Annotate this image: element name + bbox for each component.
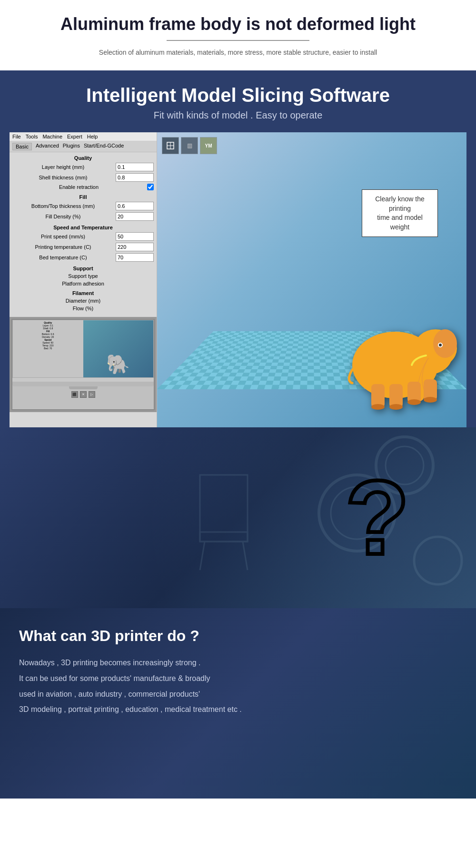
software-subtitle: Fit with kinds of model . Easy to operat… [10, 110, 466, 121]
quality-section-title: Quality [10, 152, 157, 162]
svg-point-21 [414, 537, 462, 584]
tab-start-gcode[interactable]: Start/End-GCode [84, 143, 124, 150]
tab-basic[interactable]: Basic [12, 143, 32, 150]
layer-height-input[interactable] [116, 163, 154, 171]
svg-rect-23 [200, 532, 248, 542]
question-section: ? [0, 427, 476, 608]
svg-point-8 [439, 344, 442, 346]
slicer-menubar: File Tools Machine Expert Help [10, 132, 157, 141]
bottom-top-label: Bottom/Top thickness (mm) [12, 203, 114, 209]
filament-section-title: Filament [10, 287, 157, 297]
menu-file[interactable]: File [12, 134, 21, 139]
diameter-label: Diameter (mm) [12, 298, 154, 304]
fill-density-input[interactable] [116, 212, 154, 221]
fill-density-row: Fill Density (%) [10, 211, 157, 222]
speed-section-title: Speed and Temperature [10, 222, 157, 231]
layer-height-row: Layer height (mm) [10, 162, 157, 172]
aluminum-title: Aluminum frame body is not deformed ligh… [19, 14, 457, 34]
shell-thickness-row: Shell thickness (mm) [10, 172, 157, 183]
bed-temp-input[interactable] [116, 253, 154, 262]
menu-machine[interactable]: Machine [42, 134, 62, 139]
laptop-preview: Quality Layer: 0.1 Shell: 0.8 Fill Botto… [10, 317, 157, 412]
bed-temp-label: Bed temperature (C) [12, 255, 114, 260]
aluminum-description: Selection of aluminum materials, materia… [19, 49, 457, 56]
what-line-2: It can be used for some products' manufa… [19, 672, 457, 686]
bottom-top-row: Bottom/Top thickness (mm) [10, 201, 157, 211]
software-demo: File Tools Machine Expert Help Basic Adv… [10, 132, 466, 427]
diameter-row: Diameter (mm) [10, 297, 157, 305]
what-section: What can 3D printer do ? Nowadays , 3D p… [0, 608, 476, 799]
printing-tooltip: Clearly know the printing time and model… [362, 189, 438, 237]
3d-viewport: ▥ YM Clearly know the printing time and … [157, 132, 466, 427]
viewport-btn-1[interactable] [162, 137, 179, 154]
what-title: What can 3D printer do ? [19, 627, 457, 645]
viewport-btn-ym[interactable]: YM [200, 137, 217, 154]
platform-row: Platform adhesion [10, 280, 157, 287]
menu-tools[interactable]: Tools [26, 134, 38, 139]
print-speed-input[interactable] [116, 232, 154, 241]
bed-temp-row: Bed temperature (C) [10, 252, 157, 263]
support-section-title: Support [10, 263, 157, 272]
software-section: Intelligent Model Slicing Software Fit w… [0, 70, 476, 427]
viewport-toolbar: ▥ YM [162, 137, 217, 154]
tooltip-text-line2: time and model weight [377, 214, 423, 231]
layer-height-label: Layer height (mm) [12, 164, 114, 170]
print-speed-label: Print speed (mm/s) [12, 234, 114, 239]
elephant-3d-model [324, 279, 466, 427]
retraction-checkbox[interactable] [147, 184, 154, 190]
slicer-tabs: Basic Advanced Plugins Start/End-GCode [10, 141, 157, 152]
fill-section-title: Fill [10, 191, 157, 201]
shell-thickness-input[interactable] [116, 173, 154, 182]
tab-advanced[interactable]: Advanced [36, 143, 59, 150]
enable-retraction-row: Enable retraction [10, 183, 157, 191]
svg-point-13 [371, 404, 385, 410]
svg-line-24 [200, 542, 205, 570]
printing-temp-input[interactable] [116, 243, 154, 251]
svg-point-6 [433, 329, 457, 358]
printing-temp-label: Printing temperature (C) [12, 244, 114, 250]
menu-help[interactable]: Help [87, 134, 98, 139]
slicer-panel: File Tools Machine Expert Help Basic Adv… [10, 132, 157, 427]
what-line-1: Nowadays , 3D printing becomes increasin… [19, 656, 457, 670]
flow-row: Flow (%) [10, 305, 157, 312]
svg-point-16 [424, 397, 437, 403]
shell-thickness-label: Shell thickness (mm) [12, 175, 114, 180]
print-speed-row: Print speed (mm/s) [10, 231, 157, 242]
svg-point-15 [407, 399, 421, 405]
menu-expert[interactable]: Expert [67, 134, 82, 139]
svg-line-25 [243, 542, 248, 570]
fill-density-label: Fill Density (%) [12, 214, 114, 219]
question-mark: ? [346, 465, 409, 570]
bottom-top-input[interactable] [116, 202, 154, 210]
svg-point-14 [389, 404, 403, 410]
support-type-row: Support type [10, 272, 157, 280]
flow-label: Flow (%) [12, 306, 154, 311]
enable-retraction-label: Enable retraction [12, 184, 145, 190]
what-line-3: used in aviation , auto industry , comme… [19, 688, 457, 701]
tab-plugins[interactable]: Plugins [63, 143, 80, 150]
tooltip-text-line1: Clearly know the printing [375, 195, 425, 212]
viewport-btn-2[interactable]: ▥ [181, 137, 198, 154]
aluminum-section: Aluminum frame body is not deformed ligh… [0, 0, 476, 70]
printing-temp-row: Printing temperature (C) [10, 242, 157, 252]
software-title: Intelligent Model Slicing Software [10, 85, 466, 106]
platform-label: Platform adhesion [12, 281, 154, 286]
what-line-4: 3D modeling , portrait printing , educat… [19, 703, 457, 717]
title-divider [167, 40, 309, 41]
support-type-label: Support type [12, 273, 154, 279]
